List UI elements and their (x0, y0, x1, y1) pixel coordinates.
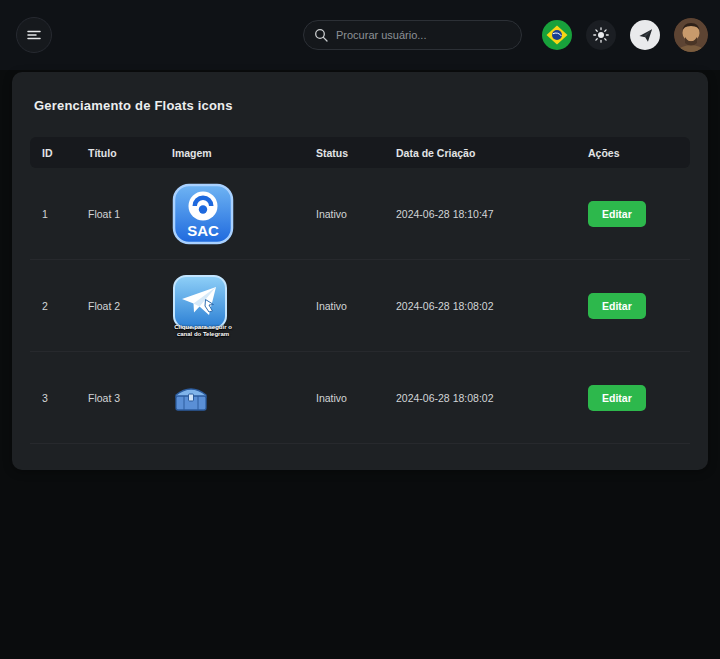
edit-button[interactable]: Editar (588, 201, 646, 227)
cell-imagem: Clique para seguir o canal do Telegram (158, 274, 304, 338)
profile-avatar[interactable] (674, 18, 708, 52)
header-acoes: Ações (580, 147, 690, 159)
search-input[interactable] (303, 20, 522, 50)
cell-titulo: Float 2 (76, 300, 158, 312)
cell-acoes: Editar (580, 293, 690, 319)
telegram-badge-image (172, 274, 228, 330)
header-id: ID (30, 147, 76, 159)
sac-badge-image: SAC (172, 183, 234, 245)
topbar-actions (542, 17, 708, 53)
header-data: Data de Criação (384, 147, 580, 159)
cell-titulo: Float 1 (76, 208, 158, 220)
language-button[interactable] (542, 20, 572, 50)
cell-titulo: Float 3 (76, 392, 158, 404)
telegram-caption: Clique para seguir o canal do Telegram (172, 324, 234, 338)
cell-status: Inativo (304, 300, 384, 312)
menu-icon (25, 26, 43, 44)
table-row: 2 Float 2 (30, 260, 690, 352)
cell-status: Inativo (304, 392, 384, 404)
avatar (674, 18, 708, 52)
cell-status: Inativo (304, 208, 384, 220)
theme-toggle-button[interactable] (586, 20, 616, 50)
cell-acoes: Editar (580, 385, 690, 411)
cell-imagem: SAC (158, 183, 304, 245)
floats-card: Gerenciamento de Floats icons ID Título … (12, 72, 708, 470)
table-header: ID Título Imagem Status Data de Criação … (30, 137, 690, 168)
header-titulo: Título (76, 147, 158, 159)
cell-data: 2024-06-28 18:10:47 (384, 208, 580, 220)
treasure-chest-image (172, 383, 210, 413)
sun-icon (593, 27, 609, 43)
header-imagem: Imagem (158, 147, 304, 159)
header-status: Status (304, 147, 384, 159)
brazil-flag-icon (542, 20, 572, 50)
cell-id: 2 (30, 300, 76, 312)
table-row: 3 Float 3 Inativo 2024-06-28 18:08:02 Ed… (30, 352, 690, 444)
search-bar (303, 20, 522, 50)
cell-data: 2024-06-28 18:08:02 (384, 392, 580, 404)
cell-id: 3 (30, 392, 76, 404)
floats-table: ID Título Imagem Status Data de Criação … (30, 137, 690, 444)
menu-button[interactable] (16, 17, 52, 53)
page-title: Gerenciamento de Floats icons (12, 72, 708, 113)
paper-plane-icon (638, 28, 653, 43)
cell-data: 2024-06-28 18:08:02 (384, 300, 580, 312)
table-row: 1 Float 1 SAC (30, 168, 690, 260)
edit-button[interactable]: Editar (588, 293, 646, 319)
cell-acoes: Editar (580, 201, 690, 227)
svg-text:SAC: SAC (187, 222, 219, 239)
cell-id: 1 (30, 208, 76, 220)
topbar (0, 0, 720, 70)
edit-button[interactable]: Editar (588, 385, 646, 411)
cell-imagem (158, 383, 304, 413)
telegram-button[interactable] (630, 20, 660, 50)
